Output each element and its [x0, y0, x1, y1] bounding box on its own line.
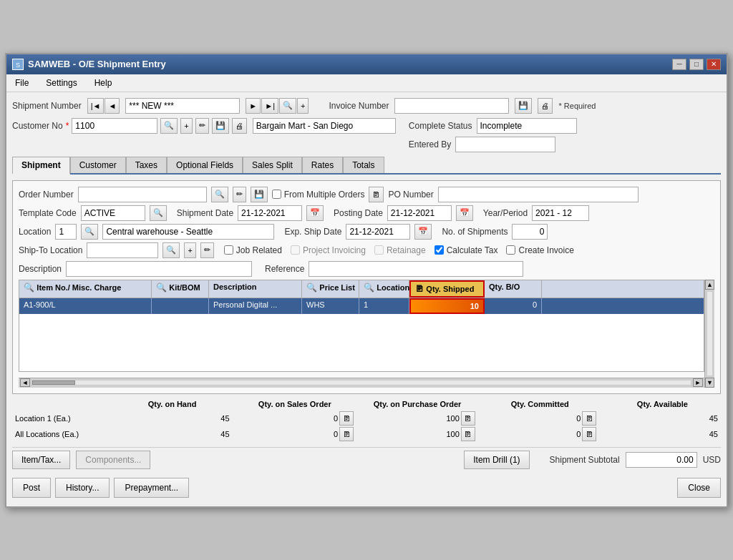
title-bar: S SAMWEB - O/E Shipment Entry ─ □ ✕	[6, 54, 727, 74]
exp-ship-date-input[interactable]: 21-12-2021	[346, 224, 410, 240]
reference-input[interactable]	[309, 261, 523, 277]
create-invoice-checkbox[interactable]	[506, 245, 515, 255]
ship-to-search-button[interactable]: 🔍	[162, 242, 180, 258]
tab-sales-split[interactable]: Sales Split	[243, 157, 302, 173]
job-related-checkbox[interactable]	[224, 245, 233, 255]
menu-help[interactable]: Help	[92, 77, 115, 89]
order-save-button[interactable]: 💾	[251, 187, 268, 202]
stats-loc-committed: 0	[576, 414, 581, 423]
nav-last-button[interactable]: ►|	[261, 98, 278, 114]
location-name-input[interactable]: Central warehouse - Seattle	[102, 224, 274, 240]
table-row[interactable]: A1-900/L Personal Digital ... WHS 1 10 0	[19, 298, 704, 314]
scroll-down-button[interactable]: ▼	[705, 378, 714, 388]
tab-totals[interactable]: Totals	[343, 157, 384, 173]
stats-loc-committed-group: 0 🖹	[481, 411, 597, 426]
footer-left-buttons: Post History... Prepayment...	[12, 478, 189, 498]
tab-shipment[interactable]: Shipment	[12, 157, 70, 175]
no-of-shipments-input[interactable]: 0	[512, 224, 548, 240]
entered-by-input[interactable]	[455, 137, 555, 152]
multiple-orders-icon-button[interactable]: 🖹	[369, 187, 384, 202]
description-row: Description Reference	[19, 261, 714, 277]
order-number-input[interactable]	[78, 187, 207, 202]
tab-content: Order Number 🔍 ✏ 💾 From Multiple Orders …	[12, 180, 721, 394]
customer-print2-button[interactable]: 🖨	[232, 118, 247, 134]
retainage-checkbox[interactable]	[374, 245, 384, 255]
tab-optional-fields[interactable]: Optional Fields	[167, 157, 243, 173]
template-row: Template Code ACTIVE 🔍 Shipment Date 21-…	[19, 205, 714, 221]
customer-save-button[interactable]: 💾	[212, 118, 229, 134]
ship-to-edit-button[interactable]: ✏	[200, 242, 214, 258]
customer-no-required: *	[66, 121, 69, 131]
order-edit-button[interactable]: ✏	[233, 187, 246, 202]
nav-prev-button[interactable]: ◄	[105, 98, 120, 114]
nav-group-right: ► ►| 🔍 +	[246, 98, 309, 114]
tab-taxes[interactable]: Taxes	[126, 157, 167, 173]
post-button[interactable]: Post	[12, 478, 51, 498]
location-code-input[interactable]: 1	[55, 224, 77, 240]
customer-edit-button[interactable]: ✏	[195, 118, 209, 134]
prepayment-button[interactable]: Prepayment...	[114, 478, 189, 498]
scroll-left-button[interactable]: ◄	[20, 378, 30, 387]
close-button[interactable]: Close	[677, 478, 721, 498]
shipment-subtotal-input[interactable]: 0.00	[626, 452, 697, 468]
scroll-thumb-h[interactable]	[32, 380, 75, 385]
components-button[interactable]: Components...	[76, 451, 150, 469]
ship-to-location-input[interactable]	[87, 242, 158, 258]
item-drill-button[interactable]: Item Drill (1)	[464, 451, 529, 469]
po-number-input[interactable]	[438, 187, 639, 202]
stats-all-purchase-icon-button[interactable]: 🖹	[461, 427, 475, 441]
scroll-up-button[interactable]: ▲	[705, 280, 714, 290]
item-tax-button[interactable]: Item/Tax...	[12, 451, 70, 469]
stats-all-on-sales-group: 0 🖹	[238, 427, 354, 441]
nav-search-button[interactable]: 🔍	[279, 98, 296, 114]
stats-all-committed-icon-button[interactable]: 🖹	[582, 427, 596, 441]
location-search-button[interactable]: 🔍	[81, 224, 98, 240]
stats-loc-sales-icon-button[interactable]: 🖹	[339, 411, 354, 426]
invoice-save-button[interactable]: 💾	[515, 98, 532, 114]
stats-loc-purchase-icon-button[interactable]: 🖹	[461, 411, 475, 426]
stats-loc-committed-icon-button[interactable]: 🖹	[582, 411, 596, 426]
ship-to-add-button[interactable]: +	[184, 242, 195, 258]
scroll-right-button[interactable]: ►	[693, 378, 703, 387]
menu-settings[interactable]: Settings	[43, 77, 79, 89]
invoice-number-label: Invoice Number	[329, 101, 389, 111]
customer-no-input[interactable]: 1100	[72, 118, 157, 134]
description-input[interactable]	[66, 261, 252, 277]
customer-search-button[interactable]: 🔍	[160, 118, 178, 134]
reference-label: Reference	[265, 264, 304, 274]
location-label: Location	[19, 227, 51, 237]
close-window-button[interactable]: ✕	[707, 59, 721, 70]
posting-date-calendar[interactable]: 📅	[456, 205, 473, 221]
nav-first-button[interactable]: |◄	[87, 98, 105, 114]
stats-all-sales-icon-button[interactable]: 🖹	[339, 427, 354, 441]
posting-date-input[interactable]: 21-12-2021	[387, 205, 452, 221]
tab-rates[interactable]: Rates	[302, 157, 343, 173]
invoice-print-button[interactable]: 🖨	[538, 98, 553, 114]
year-period-input[interactable]: 2021 - 12	[532, 205, 589, 221]
project-invoicing-checkbox[interactable]	[291, 245, 300, 255]
history-button[interactable]: History...	[55, 478, 110, 498]
tab-customer[interactable]: Customer	[70, 157, 126, 173]
from-multiple-orders-checkbox[interactable]	[272, 190, 281, 199]
customer-add-button[interactable]: +	[180, 118, 192, 134]
horizontal-scrollbar[interactable]: ◄ ►	[19, 378, 704, 388]
footer-buttons: Post History... Prepayment... Close	[12, 475, 721, 501]
invoice-number-input[interactable]	[394, 98, 509, 114]
maximize-button[interactable]: □	[689, 59, 704, 70]
table-header: 🔍 🔍 Item No./ Misc. Charge Item No./ Mis…	[19, 280, 704, 298]
minimize-button[interactable]: ─	[672, 59, 686, 70]
template-search-button[interactable]: 🔍	[150, 205, 167, 221]
nav-add-button[interactable]: +	[297, 98, 309, 114]
customer-name-input[interactable]: Bargain Mart - San Diego	[253, 118, 396, 134]
shipment-number-input[interactable]: *** NEW ***	[125, 98, 240, 114]
exp-ship-date-calendar[interactable]: 📅	[414, 224, 432, 240]
complete-status-input[interactable]: Incomplete	[477, 118, 577, 134]
calculate-tax-checkbox[interactable]	[435, 245, 444, 255]
nav-next-button[interactable]: ►	[246, 98, 261, 114]
template-code-input[interactable]: ACTIVE	[81, 205, 145, 221]
shipment-date-input[interactable]: 21-12-2021	[238, 205, 302, 221]
shipment-date-calendar[interactable]: 📅	[306, 205, 324, 221]
table-container: 🔍 🔍 Item No./ Misc. Charge Item No./ Mis…	[19, 280, 704, 372]
menu-file[interactable]: File	[12, 77, 31, 89]
order-search-button[interactable]: 🔍	[211, 187, 228, 202]
